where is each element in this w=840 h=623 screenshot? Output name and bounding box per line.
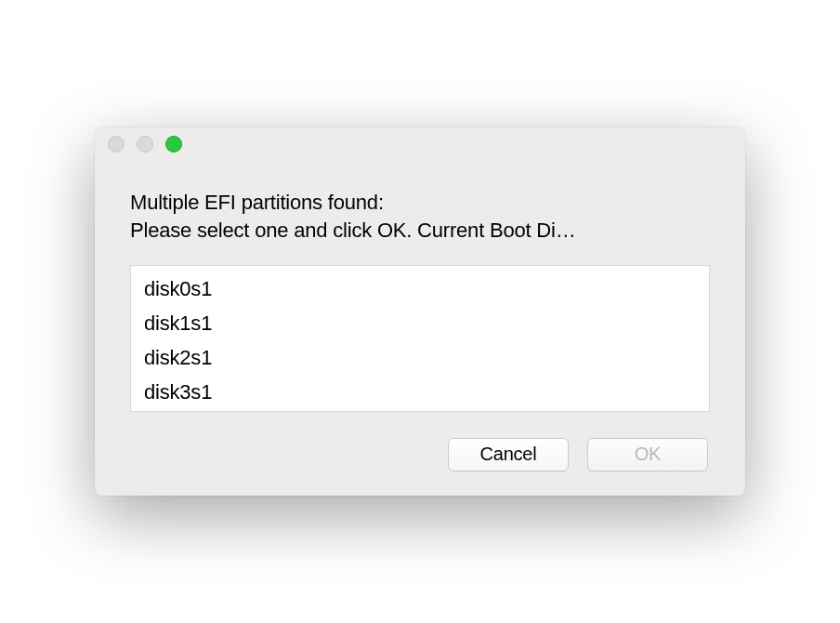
cancel-button[interactable]: Cancel xyxy=(448,438,569,471)
partition-listbox[interactable]: disk0s1 disk1s1 disk2s1 disk3s1 xyxy=(130,265,710,412)
list-item[interactable]: disk2s1 xyxy=(131,340,709,375)
dialog-content: Multiple EFI partitions found: Please se… xyxy=(95,161,745,495)
close-button[interactable] xyxy=(108,136,125,152)
list-item[interactable]: disk3s1 xyxy=(131,375,709,409)
button-row: Cancel OK xyxy=(130,438,710,471)
minimize-button[interactable] xyxy=(137,136,153,152)
list-item[interactable]: disk1s1 xyxy=(131,306,709,340)
dialog-window: Multiple EFI partitions found: Please se… xyxy=(95,127,745,495)
message-line-2: Please select one and click OK. Current … xyxy=(130,217,710,245)
list-item[interactable]: disk0s1 xyxy=(131,272,709,306)
dialog-message: Multiple EFI partitions found: Please se… xyxy=(130,189,710,244)
titlebar xyxy=(95,127,745,161)
ok-button[interactable]: OK xyxy=(587,438,708,471)
message-line-1: Multiple EFI partitions found: xyxy=(130,189,710,217)
zoom-button[interactable] xyxy=(165,136,182,152)
